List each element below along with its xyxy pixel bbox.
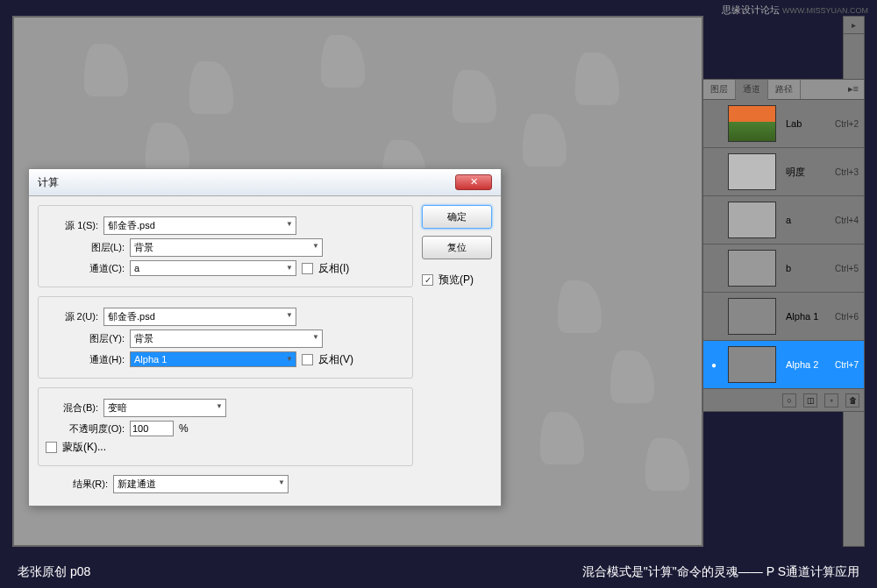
channel-name: Alpha 2 [781,359,835,370]
mask-checkbox[interactable] [46,442,57,453]
channel-thumbnail [728,250,776,287]
channel-shortcut: Ctrl+6 [835,312,862,322]
channel-name: Alpha 1 [781,311,835,322]
cancel-button[interactable]: 复位 [422,236,492,259]
opacity-label: 不透明度(O): [46,422,125,436]
new-channel-icon[interactable]: ▫ [824,393,838,407]
collapse-icon[interactable]: ▸ [844,17,864,34]
source2-channel-dropdown[interactable]: Alpha 1 [130,351,296,367]
source1-group: 源 1(S): 郁金香.psd 图层(L): 背景 通道(C): a 反相(I) [38,205,413,287]
source2-layer-label: 图层(Y): [46,332,125,345]
calculations-dialog: 计算 ✕ 源 1(S): 郁金香.psd 图层(L): 背景 通道(C): a … [28,168,502,507]
channel-thumbnail [728,346,776,383]
opacity-unit: % [179,422,189,435]
panel-menu-icon[interactable]: ▸≡ [843,80,864,99]
channels-footer: ○ ◫ ▫ 🗑 [703,389,864,411]
dialog-titlebar[interactable]: 计算 ✕ [29,169,501,196]
ok-button[interactable]: 确定 [422,205,492,229]
watermark: 思缘设计论坛 WWW.MISSYUAN.COM [722,4,868,17]
source2-label: 源 2(U): [46,310,98,323]
channel-name: Lab [781,118,835,129]
result-dropdown[interactable]: 新建通道 [113,475,289,493]
channel-name: 明度 [781,166,835,179]
channel-name: b [781,263,835,273]
source1-invert-checkbox[interactable] [302,263,313,274]
source1-channel-label: 通道(C): [46,262,125,275]
save-selection-icon[interactable]: ◫ [803,393,817,407]
preview-checkbox[interactable] [422,274,433,286]
footer-left-text: 老张原创 p08 [18,564,193,580]
channel-shortcut: Ctrl+7 [835,360,862,370]
tab-paths[interactable]: 路径 [768,80,801,99]
channel-row[interactable]: Alpha 2 Ctrl+7 [703,341,864,389]
source2-invert-checkbox[interactable] [302,354,313,365]
preview-label: 预览(P) [438,273,474,287]
channel-row[interactable]: a Ctrl+4 [703,196,864,244]
close-button[interactable]: ✕ [455,174,492,190]
panel-tabs: 图层 通道 路径 ▸≡ [703,80,864,100]
tab-channels[interactable]: 通道 [736,80,768,100]
footer: 老张原创 p08 混合模式是"计算"命令的灵魂—— P S通道计算应用 [0,556,877,588]
delete-channel-icon[interactable]: 🗑 [845,393,859,407]
footer-right-text: 混合模式是"计算"命令的灵魂—— P S通道计算应用 [193,564,859,580]
channel-shortcut: Ctrl+5 [835,264,862,273]
channel-thumbnail [728,298,776,335]
channel-thumbnail [728,153,776,190]
source1-file-dropdown[interactable]: 郁金香.psd [103,216,296,235]
mask-label: 蒙版(K)... [62,440,106,455]
source1-label: 源 1(S): [46,219,98,232]
channel-thumbnail [728,202,776,238]
source2-layer-dropdown[interactable]: 背景 [130,329,323,348]
channel-thumbnail [728,105,776,142]
channels-list: Lab Ctrl+2 明度 Ctrl+3 a Ctrl+4 b Ctrl+5 A… [703,100,864,389]
source1-channel-dropdown[interactable]: a [130,260,296,276]
channel-row[interactable]: b Ctrl+5 [703,244,864,293]
source2-invert-label: 反相(V) [318,352,353,367]
dialog-title-text: 计算 [38,175,455,190]
source1-invert-label: 反相(I) [318,261,349,276]
source1-layer-dropdown[interactable]: 背景 [130,238,323,257]
source2-channel-label: 通道(H): [46,353,125,366]
channel-row[interactable]: Lab Ctrl+2 [703,100,864,148]
visibility-icon[interactable] [705,359,723,370]
opacity-input[interactable] [130,421,174,436]
channel-shortcut: Ctrl+4 [835,216,862,225]
channel-row[interactable]: Alpha 1 Ctrl+6 [703,293,864,341]
load-selection-icon[interactable]: ○ [782,393,796,407]
blend-label: 混合(B): [46,401,98,414]
blend-group: 混合(B): 变暗 不透明度(O): % 蒙版(K)... [38,387,413,466]
source1-layer-label: 图层(L): [46,241,125,254]
channel-shortcut: Ctrl+2 [835,119,862,129]
blend-mode-dropdown[interactable]: 变暗 [103,399,226,417]
source2-group: 源 2(U): 郁金香.psd 图层(Y): 背景 通道(H): Alpha 1… [38,296,413,379]
result-label: 结果(R): [46,478,108,491]
tab-layers[interactable]: 图层 [703,80,736,99]
channels-panel: 图层 通道 路径 ▸≡ Lab Ctrl+2 明度 Ctrl+3 a Ctrl+… [702,79,865,412]
channel-row[interactable]: 明度 Ctrl+3 [703,148,864,196]
channel-shortcut: Ctrl+3 [835,167,862,177]
source2-file-dropdown[interactable]: 郁金香.psd [103,308,296,326]
channel-name: a [781,215,835,225]
